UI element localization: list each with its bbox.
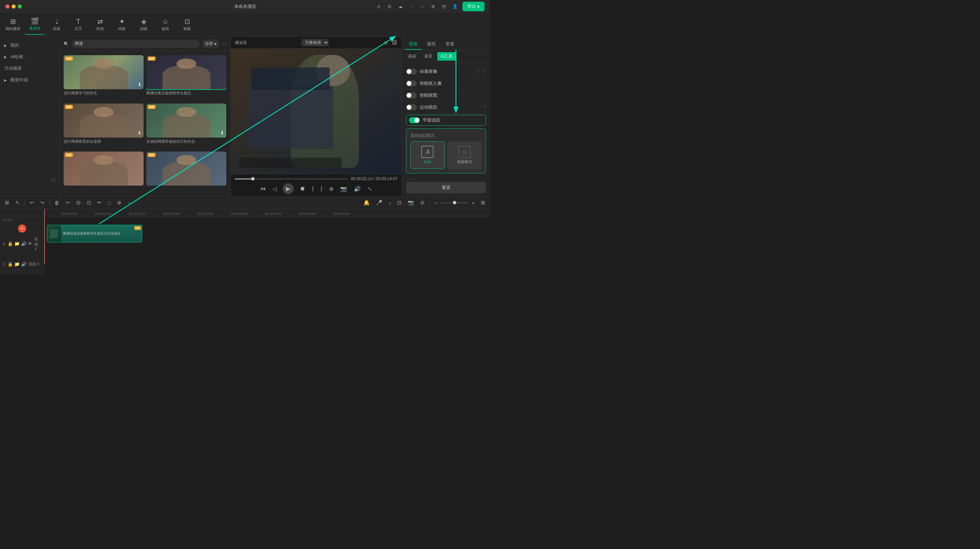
timeline-note-btn[interactable]: ♪ — [387, 199, 393, 207]
download-icon[interactable]: ⬇ — [137, 130, 142, 136]
timeline-shape-btn[interactable]: □ — [106, 199, 113, 207]
toolbar-transition[interactable]: ⇄ 转场 — [90, 15, 110, 35]
account-icon[interactable]: 👤 — [452, 3, 458, 10]
mark-out-btn[interactable]: } — [320, 185, 323, 192]
timeline-no-btn[interactable]: ⊘ — [418, 199, 427, 207]
sidebar-collapse-btn[interactable]: ◁ — [50, 176, 54, 182]
track-eye-icon[interactable]: 👁 — [28, 241, 32, 246]
motion-tracking-toggle[interactable] — [406, 104, 417, 110]
toolbar-assets[interactable]: 🎬 素材库 — [24, 15, 45, 35]
close-button[interactable] — [5, 5, 10, 8]
maximize-button[interactable] — [18, 5, 22, 8]
track-lock-icon[interactable]: 🔒 — [8, 241, 13, 246]
tracking-mode-auto[interactable]: A 自动 — [410, 141, 445, 169]
cloud-icon[interactable]: ☁ — [397, 3, 404, 10]
zoom-out-btn[interactable]: − — [433, 199, 440, 207]
insert-btn[interactable]: ⊕ — [328, 185, 334, 193]
timeline-delete-btn[interactable]: 🗑 — [52, 199, 62, 207]
media-item[interactable]: VIP — [146, 152, 226, 192]
volume-btn[interactable]: 🔊 — [353, 185, 361, 193]
timeline-more-btn[interactable]: ⋯ — [126, 199, 135, 207]
toolbar-text[interactable]: T 文字 — [68, 15, 89, 35]
toolbar-effects[interactable]: ✦ 特效 — [111, 15, 132, 35]
smart-cutout-toggle[interactable] — [406, 92, 417, 99]
stabilize-toggle[interactable] — [406, 179, 417, 179]
timeline-text-btn[interactable]: ✏ — [95, 199, 104, 207]
toolbar-sticker[interactable]: ☺ 贴纸 — [155, 15, 176, 35]
smart-portrait-toggle[interactable] — [406, 80, 417, 86]
progress-track[interactable] — [235, 179, 348, 179]
upload-icon[interactable]: ↑ — [408, 3, 415, 10]
sidebar-item-my[interactable]: ▶ 我的 — [0, 40, 59, 51]
go-back-btn[interactable]: ⏮ — [259, 185, 266, 192]
timeline-trim-btn[interactable]: ⊟ — [74, 199, 83, 207]
zoom-in-btn[interactable]: + — [469, 199, 477, 207]
timeline-cut-btn[interactable]: ✂ — [64, 199, 72, 207]
search-filter-dropdown[interactable]: 全部 ▾ — [202, 40, 219, 48]
timeline-sound-btn[interactable]: 🔔 — [361, 199, 372, 207]
stop-btn[interactable]: ⏹ — [299, 185, 306, 192]
minimize-button[interactable] — [11, 5, 16, 8]
toolbar-filter[interactable]: ◈ 滤镜 — [134, 15, 154, 35]
media-item[interactable]: VIP ⬇ 女孩听网课并修改自己的作品 — [146, 104, 226, 149]
timeline-redo-btn[interactable]: ↪ — [38, 199, 47, 207]
export-dropdown-icon[interactable]: ▾ — [477, 4, 480, 9]
search-more-btn[interactable]: ··· — [222, 41, 226, 47]
export-button[interactable]: 导出 ▾ — [463, 2, 485, 11]
sidebar-item-vision-china[interactable]: ▶ 视觉中国 — [0, 74, 59, 86]
subtab-basic[interactable]: 基础 — [404, 52, 420, 61]
track-folder-icon[interactable]: 📁 — [14, 241, 20, 246]
feedback-icon[interactable]: ⊙ — [375, 3, 382, 10]
cart-icon[interactable]: 🛒 — [441, 3, 447, 10]
display-icon[interactable]: ⊟ — [386, 3, 393, 10]
chroma-key-toggle[interactable] — [406, 69, 417, 75]
tab-color[interactable]: 颜色 — [423, 39, 440, 50]
timeline-select-btn[interactable]: ↖ — [13, 199, 22, 207]
media-item[interactable]: VIP ⬇ 进行网课教育的女老师 — [64, 104, 143, 149]
chroma-key-help[interactable]: ? — [476, 69, 479, 74]
sidebar-item-wanxing[interactable]: 万兴喵库 — [0, 63, 59, 74]
tab-video[interactable]: 视频 — [404, 39, 422, 50]
search-input[interactable] — [72, 40, 199, 48]
track-volume-icon[interactable]: 🔊 — [21, 241, 27, 246]
track-volume-icon[interactable]: 🔊 — [21, 262, 27, 267]
track-folder-icon[interactable]: 📁 — [14, 262, 20, 267]
toolbar-template[interactable]: ⊡ 模板 — [177, 15, 197, 35]
toolbar-my-assets[interactable]: ⊞ 我的素材 — [3, 15, 23, 35]
step-back-btn[interactable]: ◁ — [272, 185, 277, 193]
timeline-crop-btn[interactable]: ⊡ — [85, 199, 93, 207]
media-item[interactable]: VIP 网课结束后老师和学生相互... — [146, 55, 226, 101]
timeline-layout-btn[interactable]: ⊞ — [3, 199, 11, 207]
timeline-copy-btn[interactable]: ⊕ — [115, 199, 124, 207]
progress-thumb[interactable] — [251, 177, 255, 180]
media-item[interactable]: VIP — [64, 152, 143, 192]
subtab-ai-tools[interactable]: AI工具 — [437, 52, 456, 61]
track-lock-icon[interactable]: 🔒 — [8, 262, 13, 267]
sidebar-item-ai-painting[interactable]: ▶ AI绘画 ? — [0, 51, 59, 63]
motion-tracking-help[interactable]: ? — [484, 105, 486, 110]
tracking-mode-advanced[interactable]: ◎ 高级模式 — [447, 141, 482, 169]
play-btn[interactable]: ▶ — [283, 183, 294, 194]
bell-icon[interactable]: ♪ — [419, 3, 426, 10]
fullscreen-btn[interactable]: ⤡ — [367, 185, 372, 193]
toolbar-audio[interactable]: ♩ 音频 — [46, 15, 67, 35]
screenshot-btn[interactable]: 📷 — [340, 185, 348, 193]
tab-speed[interactable]: 变速 — [441, 39, 458, 50]
zoom-slider[interactable] — [441, 202, 468, 203]
timeline-grid-btn[interactable]: ⊞ — [479, 199, 487, 207]
flat-tracking-toggle[interactable] — [409, 117, 420, 123]
timeline-camera-btn[interactable]: 📷 — [406, 199, 416, 207]
timeline-screen-btn[interactable]: ⊡ — [395, 199, 404, 207]
timeline-mic-btn[interactable]: 🎤 — [374, 199, 385, 207]
grid-view-btn[interactable]: ⊞ — [383, 39, 388, 46]
video-clip[interactable]: 网课结束后老师和学生相互讨论见镜头 VIP — [47, 225, 142, 243]
cut-marker-icon[interactable]: ✂ — [18, 225, 26, 233]
download-icon[interactable]: ⬇ — [220, 130, 224, 136]
photo-btn[interactable]: 🖼 — [391, 39, 398, 46]
quality-select[interactable]: 完整画质 — [301, 39, 329, 46]
media-item[interactable]: VIP ⬇ 进行网课学习的学生 — [64, 55, 143, 101]
timeline-undo-btn[interactable]: ↩ — [27, 199, 36, 207]
mark-in-btn[interactable]: { — [311, 185, 314, 192]
download-icon[interactable]: ⬇ — [137, 82, 142, 87]
subtab-mask[interactable]: 遮罩 — [421, 52, 436, 61]
